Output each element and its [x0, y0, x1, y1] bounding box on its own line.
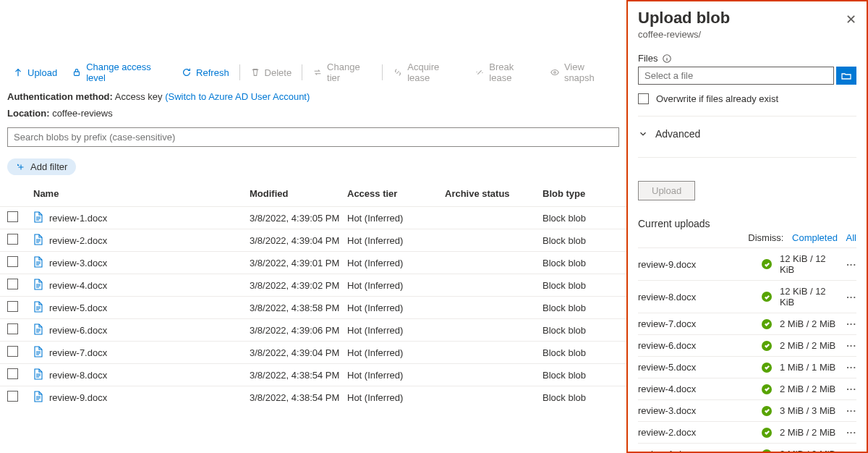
row-checkbox[interactable]	[7, 346, 18, 357]
toolbar-divider	[302, 64, 302, 80]
header-archive[interactable]: Archive status	[445, 188, 542, 199]
svg-point-1	[554, 72, 556, 74]
upload-name: review-7.docx	[638, 318, 760, 329]
upload-more-button[interactable]: ···	[839, 259, 856, 270]
refresh-icon	[182, 67, 192, 77]
row-checkbox[interactable]	[7, 211, 18, 222]
header-type[interactable]: Blob type	[542, 188, 608, 199]
blob-name[interactable]: review-9.docx	[49, 392, 107, 403]
row-checkbox[interactable]	[7, 368, 18, 379]
folder-icon	[841, 70, 852, 82]
lock-icon	[72, 67, 82, 77]
row-checkbox[interactable]	[7, 279, 18, 289]
row-checkbox[interactable]	[7, 301, 18, 312]
panel-subtitle: coffee-reviews/	[638, 29, 856, 40]
change-tier-label: Change tier	[327, 62, 372, 83]
blob-name[interactable]: review-7.docx	[49, 347, 107, 358]
break-lease-button[interactable]: Break lease	[467, 57, 542, 88]
upload-more-button[interactable]: ···	[839, 405, 856, 416]
search-row	[0, 122, 626, 151]
blob-modified: 3/8/2022, 4:39:05 PM	[250, 213, 347, 224]
table-row[interactable]: review-2.docx3/8/2022, 4:39:04 PMHot (In…	[0, 229, 626, 251]
row-checkbox[interactable]	[7, 391, 18, 402]
blob-modified: 3/8/2022, 4:39:04 PM	[250, 347, 347, 358]
header-name[interactable]: Name	[29, 188, 250, 199]
blob-tier: Hot (Inferred)	[347, 347, 445, 358]
view-snapshots-button[interactable]: View snapsh	[542, 57, 621, 88]
files-label: Files	[638, 53, 856, 64]
table-row[interactable]: review-3.docx3/8/2022, 4:39:01 PMHot (In…	[0, 251, 626, 274]
table-row[interactable]: review-5.docx3/8/2022, 4:38:58 PMHot (In…	[0, 296, 626, 318]
upload-more-button[interactable]: ···	[839, 292, 856, 302]
blob-tier: Hot (Inferred)	[347, 370, 445, 381]
break-lease-label: Break lease	[489, 62, 535, 83]
blob-name[interactable]: review-8.docx	[49, 370, 107, 381]
blob-type: Block blob	[542, 258, 608, 268]
blob-type: Block blob	[542, 347, 608, 358]
info-icon[interactable]	[662, 54, 672, 64]
blob-modified: 3/8/2022, 4:39:01 PM	[250, 258, 347, 268]
upload-button[interactable]: Upload	[6, 63, 64, 82]
upload-name: review-8.docx	[638, 292, 760, 302]
row-checkbox[interactable]	[7, 256, 18, 267]
document-icon	[33, 234, 43, 247]
blob-name[interactable]: review-2.docx	[49, 235, 107, 246]
switch-auth-link[interactable]: (Switch to Azure AD User Account)	[165, 91, 310, 102]
upload-more-button[interactable]: ···	[839, 384, 856, 394]
upload-more-button[interactable]: ···	[839, 427, 856, 438]
upload-more-button[interactable]: ···	[839, 449, 856, 453]
upload-more-button[interactable]: ···	[839, 362, 856, 373]
upload-row: review-6.docx2 MiB / 2 MiB···	[638, 334, 856, 356]
add-filter-button[interactable]: Add filter	[7, 158, 76, 175]
change-access-button[interactable]: Change access level	[64, 57, 174, 88]
dismiss-completed-link[interactable]: Completed	[792, 232, 838, 243]
dismiss-row: Dismiss: Completed All	[638, 232, 856, 243]
success-icon	[762, 406, 772, 416]
delete-button[interactable]: Delete	[243, 63, 299, 82]
table-row[interactable]: review-4.docx3/8/2022, 4:39:02 PMHot (In…	[0, 274, 626, 296]
upload-row: review-5.docx1 MiB / 1 MiB···	[638, 356, 856, 378]
success-icon	[762, 384, 772, 394]
panel-title: Upload blob	[638, 9, 730, 27]
table-row[interactable]: review-1.docx3/8/2022, 4:39:05 PMHot (In…	[0, 206, 626, 229]
file-select-input[interactable]	[638, 67, 834, 85]
filter-plus-icon	[16, 162, 26, 172]
divider	[638, 157, 856, 158]
row-checkbox[interactable]	[7, 234, 18, 245]
blob-type: Block blob	[542, 213, 608, 224]
upload-status	[760, 259, 774, 269]
refresh-button[interactable]: Refresh	[174, 63, 237, 82]
close-icon[interactable]: ✕	[846, 12, 856, 27]
change-tier-button[interactable]: Change tier	[305, 57, 379, 88]
upload-icon	[13, 67, 23, 77]
browse-button[interactable]	[836, 67, 856, 85]
dismiss-label: Dismiss:	[748, 232, 783, 243]
blob-name[interactable]: review-3.docx	[49, 258, 107, 268]
upload-more-button[interactable]: ···	[839, 340, 856, 351]
table-row[interactable]: review-8.docx3/8/2022, 4:38:54 PMHot (In…	[0, 363, 626, 386]
blob-name[interactable]: review-4.docx	[49, 280, 107, 291]
upload-name: review-9.docx	[638, 259, 760, 270]
blob-name[interactable]: review-6.docx	[49, 325, 107, 336]
table-row[interactable]: review-6.docx3/8/2022, 4:39:06 PMHot (In…	[0, 318, 626, 341]
upload-status	[760, 363, 774, 373]
search-input[interactable]	[7, 127, 619, 147]
blob-name[interactable]: review-1.docx	[49, 213, 107, 224]
header-modified[interactable]: Modified	[250, 188, 347, 199]
upload-status	[760, 319, 774, 329]
dismiss-all-link[interactable]: All	[846, 232, 856, 243]
chevron-down-icon	[638, 129, 648, 139]
row-checkbox[interactable]	[7, 323, 18, 334]
upload-more-button[interactable]: ···	[839, 318, 856, 329]
acquire-lease-button[interactable]: Acquire lease	[386, 57, 467, 88]
overwrite-checkbox[interactable]	[638, 93, 649, 104]
document-icon	[33, 391, 43, 405]
blob-name[interactable]: review-5.docx	[49, 302, 107, 313]
header-tier[interactable]: Access tier	[347, 188, 445, 199]
blob-type: Block blob	[542, 302, 608, 313]
blob-tier: Hot (Inferred)	[347, 235, 445, 246]
table-row[interactable]: review-7.docx3/8/2022, 4:39:04 PMHot (In…	[0, 341, 626, 363]
advanced-toggle[interactable]: Advanced	[638, 128, 856, 145]
table-row[interactable]: review-9.docx3/8/2022, 4:38:54 PMHot (In…	[0, 386, 626, 408]
upload-submit-button[interactable]: Upload	[638, 181, 695, 200]
